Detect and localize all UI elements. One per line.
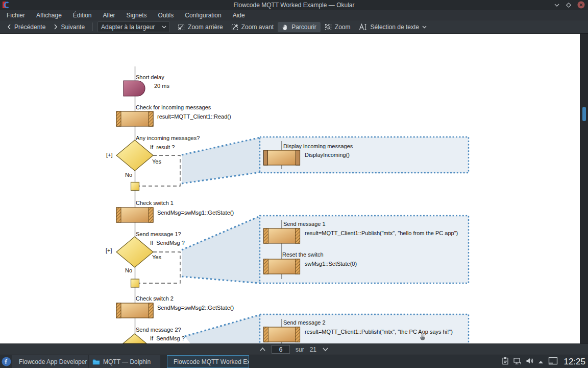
panel2-item2-code: swMsg1::SetState(0) [305,261,357,267]
task-dolphin-mqtt[interactable]: MQTT — Dolphin [89,355,160,368]
decision1-label: Any incoming messages? [136,135,200,142]
clipboard-icon[interactable] [502,357,509,366]
zoom-in-icon [231,24,238,31]
next-page-button[interactable]: Suivante [50,22,89,32]
tray-expander-icon[interactable] [538,358,544,365]
text-select-icon [359,24,368,30]
send-message1-shape [264,228,300,243]
delay-shape [124,81,145,96]
previous-page-button[interactable]: Précédente [3,22,50,32]
document-page[interactable]: Short delay 20 ms Check for incoming mes… [0,34,588,343]
decision1-condition: If result ? [150,144,175,151]
page-up-icon[interactable] [259,346,266,353]
reset-switch-shape [264,259,300,274]
zoom-in-button[interactable]: Zoom avant [227,22,278,32]
title-bar[interactable]: Flowcode MQTT Worked Example — Okular [0,0,588,10]
check2-label: Check switch 2 [136,295,174,302]
page-total: 21 [310,346,316,353]
display-incoming-shape [264,150,300,165]
hand-cursor-icon [419,332,427,343]
decision2-condition: If SendMsg ? [150,240,185,246]
page-number-input[interactable] [272,345,290,354]
decision1-no: No [125,172,132,178]
callout-wedge-2 [182,216,260,283]
panel1-item-label: Display incoming messages [283,143,353,150]
desktop: Flowcode MQTT Worked Example — Okular Fi… [0,0,588,368]
decision1-expander[interactable]: [+] [106,152,113,158]
panel3-item-label: Send message 2 [283,319,326,326]
volume-icon[interactable] [526,357,533,366]
menu-item-signets[interactable]: Signets [121,11,153,20]
check1-label: Check switch 1 [136,200,174,206]
panel2-item1-label: Send message 1 [283,221,326,227]
chevron-right-icon [54,24,58,30]
browse-tool-button[interactable]: Parcourir [278,22,321,32]
zoom-out-icon [178,24,185,31]
menu-item-configuration[interactable]: Configuration [179,11,227,20]
decision1-yes: Yes [152,158,161,165]
menu-item-affichage[interactable]: Affichage [31,11,67,20]
chevron-down-icon [162,25,166,29]
flowchart-graphics [0,34,579,343]
scrollbar-thumb[interactable] [582,107,586,121]
vertical-scrollbar[interactable] [580,34,588,343]
menu-item-aller[interactable]: Aller [97,11,121,20]
zoom-out-button[interactable]: Zoom arrière [174,22,227,32]
task-okular-flowcode-mqtt[interactable]: Flowcode MQTT Worked Exa... [167,355,249,368]
delay-label: Short delay [136,74,164,81]
read-label: Check for incoming messages [136,104,211,111]
decision3-shape-partial [123,334,146,343]
app-launcher-fedora-icon[interactable] [0,357,12,366]
folder-icon [92,358,100,365]
close-icon[interactable] [577,1,585,10]
decision2-label: Send message 1? [136,231,181,238]
delay-value: 20 ms [154,83,169,89]
connector-square-2 [131,279,139,287]
check1-code: SendMsg=swMsg1::GetState() [157,210,234,216]
decision3-label: Send message 2? [136,327,181,333]
tool-bar: Précédente Suivante Adapter à la largeur… [0,20,588,34]
toolbar-separator [92,22,93,31]
connector-square-1 [131,182,139,191]
taskbar: Flowcode App Developer - S... MQTT — Dol… [0,355,588,368]
decision1-shape [116,140,153,171]
clock[interactable]: 12:25 [564,357,585,367]
menu-item-aide[interactable]: Aide [227,11,251,20]
window-title: Flowcode MQTT Worked Example — Okular [0,2,588,9]
chevron-down-icon [422,25,427,29]
menu-item-edition[interactable]: Édition [67,11,97,20]
network-display-icon[interactable] [513,357,521,366]
task-firefox-flowcode-app-developer[interactable]: Flowcode App Developer - S... [12,355,88,368]
page-of-label: sur [296,346,304,353]
panel3-item-code: result=MQTT_Client1::Publish("mtx", "the… [305,329,453,335]
hand-icon [282,24,288,31]
callout-wedge-1 [182,137,260,183]
system-tray: 12:25 [502,357,588,367]
panel2-item1-code: result=MQTT_Client1::Publish("mtx", "hel… [305,230,458,237]
page-down-icon[interactable] [322,346,329,353]
read-code: result=MQTT_Client1::Read() [157,113,231,120]
decision2-yes: Yes [152,254,161,261]
menu-item-outils[interactable]: Outils [153,11,180,20]
page-navigation-bar: sur 21 [0,343,588,355]
decision2-shape [116,237,153,267]
callout-wedge-3 [185,315,260,343]
decision2-no: No [125,267,132,274]
minimize-icon[interactable] [554,2,560,10]
check-switch1-shape [116,208,153,222]
text-selection-button[interactable]: Sélection de texte [355,22,431,32]
check-switch2-shape [116,303,153,318]
read-call-shape [116,111,153,126]
decision3-condition: If SendMsg ? [150,335,185,342]
zoom-tool-button[interactable]: Zoom [321,22,355,32]
menu-bar: Fichier Affichage Édition Aller Signets … [0,10,588,20]
decision2-expander[interactable]: [+] [106,247,112,254]
check2-code: SendMsg=swMsg2::GetState() [157,305,234,311]
panel1-item-code: DisplayIncoming() [305,152,350,158]
maximize-icon[interactable] [566,2,572,10]
menu-item-fichier[interactable]: Fichier [1,11,31,20]
zoom-mode-select[interactable]: Adapter à la largeur [97,21,170,32]
panel2-item2-label: Reset the switch [282,251,324,258]
show-desktop-icon[interactable] [548,357,558,366]
send-message2-shape [264,327,300,342]
